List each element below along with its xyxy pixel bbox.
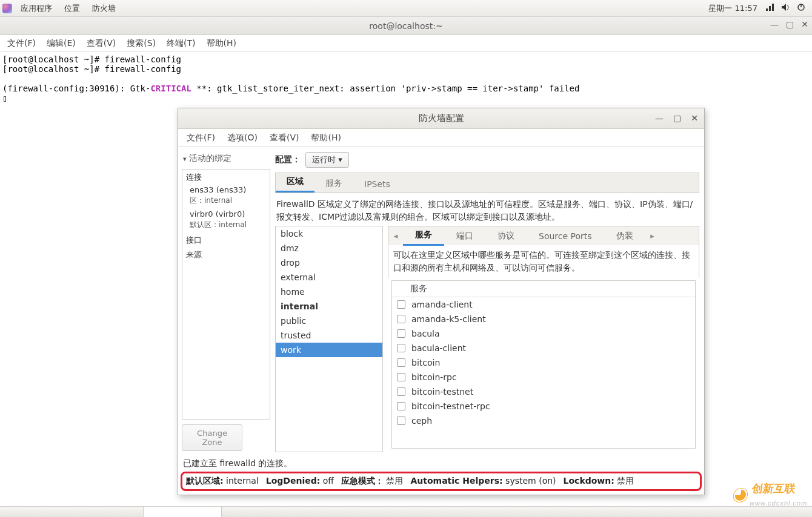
configuration-select[interactable]: 运行时 ▾ — [305, 152, 349, 168]
bindings-section-sources[interactable]: 来源 — [182, 247, 270, 262]
services-column-header[interactable]: 服务 — [392, 281, 695, 297]
connection-zone: 区：internal — [182, 196, 270, 208]
service-label: bitcoin-testnet-rpc — [411, 401, 490, 411]
terminal-menubar: 文件(F) 编辑(E) 查看(V) 搜索(S) 终端(T) 帮助(H) — [0, 35, 812, 52]
zone-subtabs: ◂ 服务 端口 协议 Source Ports 伪装 ▸ — [388, 226, 699, 245]
service-label: bacula-client — [411, 343, 466, 353]
minimize-button[interactable]: — — [770, 19, 779, 29]
zone-list[interactable]: blockdmzdropexternalhomeinternalpublictr… — [275, 226, 383, 452]
power-icon[interactable] — [796, 2, 806, 14]
status-logdenied-label: LogDenied: — [266, 476, 321, 486]
minimize-button[interactable]: — — [655, 113, 664, 123]
tab-services[interactable]: 服务 — [314, 173, 353, 193]
terminal-menu-help[interactable]: 帮助(H) — [202, 38, 241, 49]
zone-item-external[interactable]: external — [276, 270, 382, 285]
bindings-section-connections[interactable]: 连接 — [182, 170, 270, 184]
service-checkbox[interactable] — [397, 417, 405, 425]
service-checkbox[interactable] — [397, 358, 405, 367]
service-row[interactable]: bacula-client — [392, 341, 695, 355]
tab-scroll-left[interactable]: ◂ — [388, 231, 403, 240]
service-label: amanda-client — [411, 300, 473, 309]
fwin-menu-file[interactable]: 文件(F) — [181, 133, 221, 143]
network-icon[interactable] — [765, 2, 774, 14]
terminal-menu-file[interactable]: 文件(F) — [2, 38, 41, 49]
svg-rect-1 — [769, 6, 771, 11]
service-row[interactable]: ceph — [392, 413, 695, 428]
zone-item-work[interactable]: work — [276, 343, 382, 357]
zone-item-internal[interactable]: internal — [276, 299, 382, 314]
subtab-ports[interactable]: 端口 — [444, 227, 485, 245]
subtab-protocols[interactable]: 协议 — [485, 227, 527, 245]
firewall-title-text: 防火墙配置 — [419, 113, 464, 124]
service-checkbox[interactable] — [397, 315, 405, 323]
firewall-config-window: 防火墙配置 — ▢ ✕ 文件(F) 选项(O) 查看(V) 帮助(H) ▾ 活动… — [178, 108, 705, 495]
active-bindings-header[interactable]: ▾ 活动的绑定 — [182, 150, 270, 169]
watermark-text: 创新互联 — [750, 481, 810, 496]
service-row[interactable]: bitcoin-testnet-rpc — [392, 399, 695, 413]
connection-item[interactable]: ens33 (ens33) — [182, 184, 270, 196]
service-checkbox[interactable] — [397, 300, 405, 309]
service-label: bitcoin — [411, 358, 440, 367]
terminal-menu-terminal[interactable]: 终端(T) — [162, 38, 200, 49]
panel-clock[interactable]: 星期一 11:57 — [705, 3, 761, 14]
service-checkbox[interactable] — [397, 402, 405, 410]
status-panic: 禁用 — [386, 476, 403, 486]
close-button[interactable]: ✕ — [801, 19, 808, 29]
tab-ipsets[interactable]: IPSets — [353, 174, 401, 193]
subtab-services[interactable]: 服务 — [403, 226, 444, 246]
close-button[interactable]: ✕ — [691, 113, 698, 123]
volume-icon[interactable] — [780, 2, 790, 14]
panel-menu-places[interactable]: 位置 — [58, 3, 86, 14]
connection-item[interactable]: virbr0 (virbr0) — [182, 208, 270, 220]
bindings-section-interfaces[interactable]: 接口 — [182, 232, 270, 247]
terminal-titlebar[interactable]: root@localhost:~ — ▢ ✕ — [0, 17, 812, 35]
service-row[interactable]: amanda-k5-client — [392, 312, 695, 326]
zone-item-drop[interactable]: drop — [276, 255, 382, 270]
fwin-menu-view[interactable]: 查看(V) — [264, 133, 305, 143]
status-default-zone: internal — [226, 476, 259, 486]
service-row[interactable]: bitcoin-rpc — [392, 370, 695, 384]
zone-item-block[interactable]: block — [276, 226, 382, 241]
status-lockdown-label: Lockdown: — [564, 476, 614, 486]
service-row[interactable]: bitcoin-testnet — [392, 384, 695, 399]
taskbar-item[interactable] — [143, 506, 222, 517]
activities-icon[interactable] — [2, 4, 12, 13]
status-panic-label: 应急模式： — [341, 476, 384, 486]
zone-item-dmz[interactable]: dmz — [276, 241, 382, 255]
panel-menu-firewall[interactable]: 防火墙 — [86, 3, 122, 14]
terminal-menu-search[interactable]: 搜索(S) — [122, 38, 161, 49]
firewall-titlebar[interactable]: 防火墙配置 — ▢ ✕ — [178, 108, 704, 129]
status-logdenied: off — [323, 476, 334, 486]
panel-menu-apps[interactable]: 应用程序 — [15, 3, 58, 14]
service-checkbox[interactable] — [397, 373, 405, 381]
bindings-tree[interactable]: 连接 ens33 (ens33) 区：internal virbr0 (virb… — [182, 169, 270, 420]
subtab-source-ports[interactable]: Source Ports — [527, 228, 604, 245]
fwin-menu-options[interactable]: 选项(O) — [221, 133, 264, 143]
services-rows[interactable]: amanda-clientamanda-k5-clientbaculabacul… — [392, 297, 695, 448]
gnome-top-panel: 应用程序 位置 防火墙 星期一 11:57 — [0, 0, 812, 17]
zone-item-trusted[interactable]: trusted — [276, 328, 382, 343]
tab-zones[interactable]: 区域 — [276, 171, 314, 193]
service-checkbox[interactable] — [397, 344, 405, 352]
terminal-menu-edit[interactable]: 编辑(E) — [42, 38, 81, 49]
service-checkbox[interactable] — [397, 387, 405, 396]
subtab-masquerade[interactable]: 伪装 — [604, 227, 645, 245]
zone-item-home[interactable]: home — [276, 285, 382, 299]
service-checkbox[interactable] — [397, 329, 405, 338]
chevron-down-icon: ▾ — [183, 155, 187, 163]
svg-marker-3 — [782, 4, 786, 11]
terminal-line: [root@localhost ~]# firewall-config — [2, 64, 181, 74]
service-row[interactable]: bacula — [392, 326, 695, 341]
terminal-menu-view[interactable]: 查看(V) — [82, 38, 121, 49]
watermark-url: www.cdcxhl.com — [749, 499, 808, 507]
maximize-button[interactable]: ▢ — [673, 113, 681, 123]
zone-item-public[interactable]: public — [276, 314, 382, 328]
bottom-taskbar — [0, 506, 812, 517]
fwin-menu-help[interactable]: 帮助(H) — [305, 133, 347, 143]
maximize-button[interactable]: ▢ — [786, 19, 794, 29]
tab-scroll-right[interactable]: ▸ — [645, 231, 660, 240]
service-row[interactable]: bitcoin — [392, 355, 695, 370]
zone-description: FirewallD 区域定义了绑定的网络连接、接口以及源地址的可信程度。区域是服… — [275, 193, 699, 226]
service-label: ceph — [411, 416, 432, 426]
service-row[interactable]: amanda-client — [392, 297, 695, 312]
